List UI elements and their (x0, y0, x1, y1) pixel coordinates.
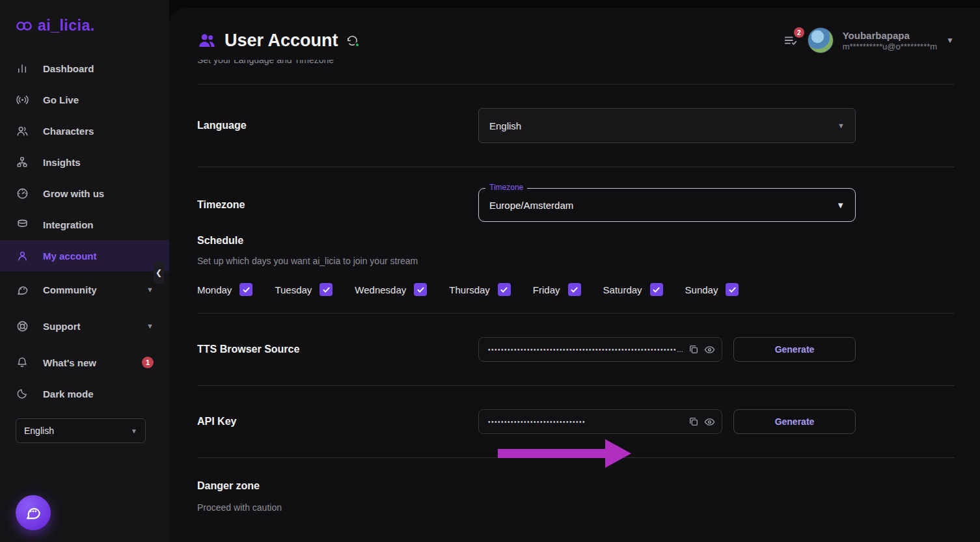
sidebar-nav: Dashboard Go Live Characters Insights Gr… (0, 53, 169, 409)
chevron-down-icon: ▼ (146, 286, 154, 293)
sidebar-item-community[interactable]: Community ▼ (0, 274, 169, 305)
api-generate-button[interactable]: Generate (733, 409, 856, 434)
page-header: User Account 2 Youbarbapapa m**********u… (169, 8, 980, 60)
schedule-title: Schedule (197, 235, 954, 247)
person-icon (16, 249, 29, 262)
sidebar-item-whats-new[interactable]: What's new 1 (0, 347, 169, 378)
notifications-button[interactable]: 2 (783, 33, 798, 47)
day-thursday: Thursday (449, 283, 511, 296)
friday-checkbox[interactable] (568, 283, 581, 296)
api-key-row: API Key •••••••••••••••••••••••••••••• G… (197, 386, 954, 457)
bell-icon (16, 356, 29, 369)
day-saturday: Saturday (603, 283, 663, 296)
tuesday-checkbox[interactable] (320, 283, 333, 296)
notification-badge: 2 (794, 27, 804, 38)
sidebar-item-integration[interactable]: Integration (0, 209, 169, 240)
schedule-days: Monday Tuesday Wednesday Thursday Friday (197, 283, 954, 296)
language-select[interactable]: English ▼ (478, 108, 856, 143)
language-row: Language English ▼ (197, 85, 954, 167)
schedule-subtitle: Set up which days you want ai_licia to j… (197, 256, 954, 266)
user-account-icon (197, 31, 217, 50)
sidebar-item-dashboard[interactable]: Dashboard (0, 53, 169, 84)
api-key-label: API Key (197, 416, 478, 427)
tts-source-input[interactable]: ••••••••••••••••••••••••••••••••••••••••… (478, 337, 722, 362)
bar-chart-icon (16, 62, 29, 75)
sidebar-item-insights[interactable]: Insights (0, 146, 169, 178)
user-menu[interactable]: 2 Youbarbapapa m**********u@o*********m … (783, 27, 954, 53)
day-sunday: Sunday (685, 283, 739, 296)
history-sync-icon[interactable] (346, 34, 359, 47)
danger-zone-subtitle: Proceed with caution (197, 502, 954, 513)
sunday-checkbox[interactable] (726, 283, 739, 296)
tts-row: TTS Browser Source •••••••••••••••••••••… (197, 314, 954, 385)
timezone-select[interactable]: Timezone Europe/Amsterdam ▼ (478, 188, 856, 222)
chevron-down-icon: ▼ (837, 122, 845, 129)
sidebar-item-grow-with-us[interactable]: Grow with us (0, 178, 169, 209)
stack-icon (16, 218, 29, 231)
account-settings: Set your Language and Timezone Language … (169, 60, 980, 513)
chat-bubble-icon (25, 504, 42, 521)
danger-zone-section: Danger zone Proceed with caution (197, 458, 954, 513)
monday-checkbox[interactable] (239, 283, 252, 296)
eye-icon[interactable] (704, 344, 715, 355)
sidebar-item-go-live[interactable]: Go Live (0, 84, 169, 115)
moon-icon (16, 387, 29, 400)
hierarchy-icon (16, 156, 29, 169)
whats-new-badge: 1 (142, 357, 154, 368)
user-name: Youbarbapapa (843, 29, 937, 42)
sidebar-item-support[interactable]: Support ▼ (0, 310, 169, 342)
avatar[interactable] (808, 27, 834, 53)
timezone-label: Timezone (197, 199, 478, 211)
page-title: User Account (225, 31, 338, 51)
status-dot (355, 42, 360, 47)
saturday-checkbox[interactable] (650, 283, 663, 296)
chevron-down-icon: ▼ (131, 427, 137, 435)
schedule-section: Schedule Set up which days you want ai_l… (197, 222, 954, 296)
chat-fab-button[interactable] (16, 495, 51, 530)
lifebuoy-icon (16, 319, 29, 332)
day-tuesday: Tuesday (275, 283, 333, 296)
day-monday: Monday (197, 283, 252, 296)
sidebar-item-characters[interactable]: Characters (0, 115, 169, 146)
user-email: m**********u@o*********m (843, 42, 937, 51)
thursday-checkbox[interactable] (498, 283, 511, 296)
main-panel: User Account 2 Youbarbapapa m**********u… (169, 8, 980, 542)
timezone-row: Timezone Timezone Europe/Amsterdam ▼ (197, 167, 954, 222)
sidebar-item-dark-mode[interactable]: Dark mode (0, 378, 169, 409)
day-wednesday: Wednesday (355, 283, 427, 296)
logo-text: ai_licia. (38, 17, 95, 34)
sidebar-language-select[interactable]: English ▼ (16, 418, 146, 443)
chat-face-icon (16, 283, 29, 296)
copy-icon[interactable] (688, 416, 699, 427)
tts-label: TTS Browser Source (197, 344, 478, 355)
wednesday-checkbox[interactable] (414, 283, 427, 296)
chevron-down-icon: ▼ (146, 322, 154, 330)
broadcast-icon (16, 93, 29, 106)
api-key-input[interactable]: •••••••••••••••••••••••••••••• (478, 409, 722, 434)
danger-zone-title: Danger zone (197, 480, 954, 492)
timezone-field-label: Timezone (485, 183, 527, 192)
chevron-down-icon: ▼ (836, 200, 845, 210)
people-icon (16, 124, 29, 137)
tts-generate-button[interactable]: Generate (733, 337, 856, 362)
copy-icon[interactable] (688, 344, 699, 355)
language-label: Language (197, 120, 478, 131)
chevron-down-icon: ▼ (946, 36, 954, 45)
eye-icon[interactable] (704, 416, 715, 427)
sidebar: ai_licia. Dashboard Go Live Characters I… (0, 0, 169, 542)
day-friday: Friday (533, 283, 581, 296)
section-subtitle-clipped: Set your Language and Timezone (197, 60, 954, 67)
logo-icon (16, 20, 33, 33)
gauge-icon (16, 187, 29, 200)
sidebar-collapse-button[interactable]: ❮ (154, 262, 164, 284)
sidebar-item-my-account[interactable]: My account (0, 240, 169, 271)
app-logo: ai_licia. (0, 0, 169, 34)
